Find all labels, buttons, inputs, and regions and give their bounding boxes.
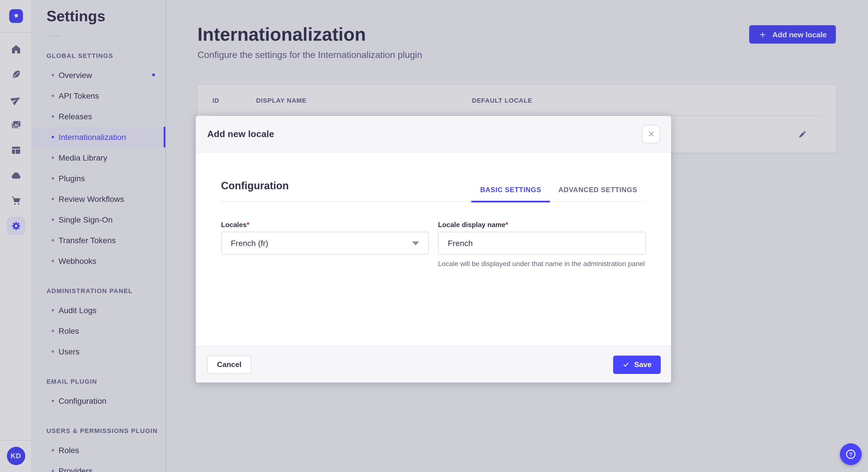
configuration-title: Configuration	[221, 180, 289, 201]
help-button[interactable]: ?	[840, 443, 862, 465]
locales-label-text: Locales	[221, 221, 247, 229]
check-icon	[622, 361, 629, 368]
modal-footer: Cancel Save	[196, 346, 671, 382]
locale-display-name-input[interactable]	[438, 232, 646, 255]
configuration-header: Configuration BASIC SETTINGS ADVANCED SE…	[221, 180, 646, 202]
modal-header: Add new locale	[196, 116, 671, 153]
modal-body: Configuration BASIC SETTINGS ADVANCED SE…	[196, 180, 671, 346]
locales-select-value: French (fr)	[231, 239, 268, 248]
save-button[interactable]: Save	[613, 355, 661, 374]
locale-display-name-label: Locale display name*	[438, 220, 646, 229]
required-asterisk: *	[505, 221, 508, 229]
tab-advanced-settings[interactable]: ADVANCED SETTINGS	[550, 186, 646, 201]
required-asterisk: *	[247, 221, 249, 229]
form-fields: Locales* French (fr) Locale display name…	[221, 220, 646, 268]
strapi-admin-app: KD Settings GLOBAL SETTINGS Overview API…	[0, 0, 868, 472]
modal-close-button[interactable]	[642, 125, 660, 143]
display-name-field-group: Locale display name* Locale will be disp…	[438, 220, 646, 268]
help-icon: ?	[844, 448, 857, 461]
locales-label: Locales*	[221, 220, 429, 229]
cancel-button[interactable]: Cancel	[207, 355, 251, 374]
save-button-label: Save	[634, 360, 652, 369]
close-icon	[647, 130, 655, 138]
add-locale-modal: Add new locale Configuration BASIC SETTI…	[196, 116, 671, 382]
locales-field-group: Locales* French (fr)	[221, 220, 429, 268]
chevron-down-icon	[412, 241, 419, 245]
modal-title: Add new locale	[207, 129, 274, 139]
display-name-label-text: Locale display name	[438, 221, 505, 229]
question-mark-glyph: ?	[849, 451, 852, 458]
display-name-hint: Locale will be displayed under that name…	[438, 259, 646, 268]
tab-basic-settings[interactable]: BASIC SETTINGS	[472, 186, 550, 201]
settings-tabs: BASIC SETTINGS ADVANCED SETTINGS	[472, 186, 646, 201]
locales-select[interactable]: French (fr)	[221, 232, 429, 255]
